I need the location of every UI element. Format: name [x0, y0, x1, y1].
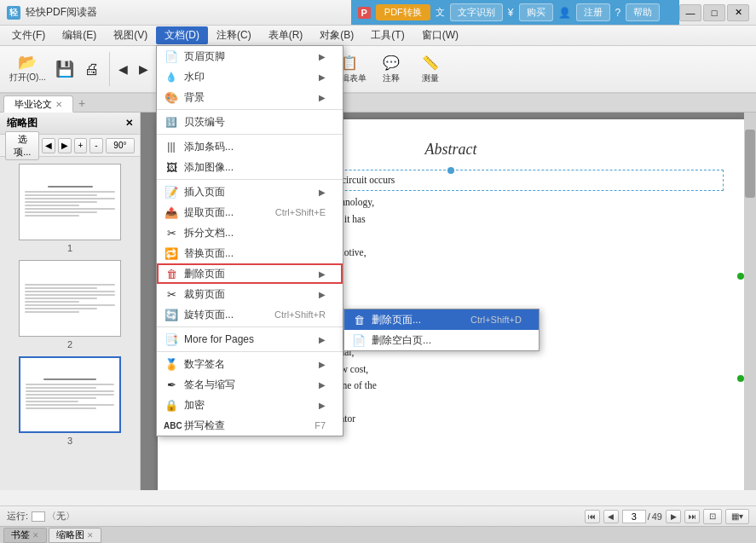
menu-more-pages[interactable]: 📑 More for Pages ▶ [157, 329, 343, 349]
encrypt-label: 加密 [184, 398, 319, 413]
background-arrow: ▶ [319, 93, 326, 102]
total-pages: 49 [652, 511, 662, 522]
fit-page-btn[interactable]: ⊡ [703, 509, 722, 524]
sidebar-options-btn[interactable]: 选项... [5, 131, 39, 160]
pdf-logo: P [358, 7, 371, 19]
next-page-btn[interactable]: ▶ [135, 49, 153, 90]
tab-close-icon[interactable]: ✕ [55, 100, 62, 109]
menu-item-note[interactable]: 注释(C) [208, 26, 260, 44]
menu-add-barcode[interactable]: ||| 添加条码... [157, 136, 343, 157]
status-left: 运行: 〈无〉 [7, 510, 578, 523]
menu-background[interactable]: 🎨 背景 ▶ [157, 87, 343, 107]
buy-btn[interactable]: 购买 [519, 3, 553, 21]
measure-icon: 📏 [422, 55, 439, 71]
yen-icon: ¥ [508, 7, 514, 19]
thumbnail-1[interactable]: 1 [19, 164, 121, 253]
menu-rotate-page[interactable]: 🔄 旋转页面... Ctrl+Shift+R [157, 304, 343, 325]
pdf-scrollbar[interactable] [744, 113, 756, 490]
menu-add-image[interactable]: 🖼 添加图像... [157, 157, 343, 177]
thumbnails-tab[interactable]: 缩略图 ✕ [49, 528, 101, 543]
menu-signature[interactable]: ✒ 签名与缩写 ▶ [157, 374, 343, 395]
menu-insert-page[interactable]: 📝 插入页面 ▶ [157, 182, 343, 202]
submenu-delete-page[interactable]: 🗑 删除页面... Ctrl+Shift+D [344, 309, 539, 330]
thumbnails-tab-close[interactable]: ✕ [87, 531, 94, 540]
register-btn[interactable]: 注册 [576, 3, 610, 21]
print-btn[interactable]: 🖨 [79, 49, 105, 90]
spellcheck-label: 拼写检查 [184, 419, 315, 433]
menu-item-view[interactable]: 视图(V) [105, 26, 156, 44]
thumbnail-3[interactable]: 3 [19, 356, 121, 446]
sidebar-zoomout-btn[interactable]: - [89, 138, 103, 153]
prev-page-nav-btn[interactable]: ◀ [603, 510, 619, 523]
menu-bates[interactable]: 🔢 贝茨编号 [157, 112, 343, 132]
menu-item-file[interactable]: 文件(F) [3, 26, 54, 44]
menu-split-doc[interactable]: ✂ 拆分文档... [157, 222, 343, 243]
barcode-label: 添加条码... [184, 140, 326, 154]
menu-extract-page[interactable]: 📤 提取页面... Ctrl+Shift+E [157, 202, 343, 222]
tab-add-btn[interactable]: + [73, 95, 90, 112]
maximize-btn[interactable]: □ [703, 4, 725, 21]
submenu-delete-shortcut: Ctrl+Shift+D [470, 315, 522, 325]
delete-page-submenu[interactable]: 🗑 删除页面... Ctrl+Shift+D 📄 删除空白页... [343, 309, 540, 351]
bookmarks-tab[interactable]: 书签 ✕ [3, 528, 47, 543]
pdf-convert-btn[interactable]: PDF转换 [376, 4, 430, 20]
current-page-input[interactable] [622, 510, 646, 523]
menu-item-doc[interactable]: 文档(D) [156, 26, 208, 44]
measure-btn[interactable]: 📏 测量 [412, 49, 449, 90]
titlebar: 轻 轻快PDF阅读器 P PDF转换 文 文字识别 ¥ 购买 👤 注册 ? 帮助… [0, 0, 756, 26]
thumbnail-3-num: 3 [67, 436, 72, 446]
first-page-btn[interactable]: ⏮ [585, 510, 600, 523]
menu-crop-page[interactable]: ✂ 裁剪页面 ▶ [157, 284, 343, 304]
pdf-scrollbar-thumb[interactable] [745, 130, 755, 198]
minimize-btn[interactable]: — [679, 4, 701, 21]
menu-watermark[interactable]: 💧 水印 ▶ [157, 66, 343, 87]
insert-page-arrow: ▶ [319, 188, 326, 197]
menu-item-edit[interactable]: 编辑(E) [54, 26, 105, 44]
prev-page-btn[interactable]: ◀ [114, 49, 133, 90]
sidebar-prev-btn[interactable]: ◀ [42, 138, 55, 153]
encrypt-arrow: ▶ [319, 401, 326, 410]
sidebar-zoomin-btn[interactable]: + [74, 138, 88, 153]
submenu-delete-blank[interactable]: 📄 删除空白页... [344, 330, 539, 350]
open-btn[interactable]: 📂 打开(O)... [5, 49, 50, 90]
menu-delete-page[interactable]: 🗑 删除页面 ▶ [157, 263, 343, 284]
last-page-btn[interactable]: ⏭ [684, 510, 700, 523]
background-label: 背景 [184, 90, 319, 105]
sidebar-next-btn[interactable]: ▶ [58, 138, 72, 153]
watermark-label: 水印 [184, 70, 319, 84]
menu-header-footer[interactable]: 📄 页眉页脚 ▶ [157, 46, 343, 66]
bottom-tabs: 书签 ✕ 缩略图 ✕ [0, 526, 756, 543]
menu-item-object[interactable]: 对象(B) [311, 26, 362, 44]
sidebar-rotate-btn[interactable]: 90° [106, 138, 135, 153]
doc-dropdown-menu[interactable]: 📄 页眉页脚 ▶ 💧 水印 ▶ 🎨 背景 ▶ 🔢 贝茨编号 ||| 添加条码..… [156, 45, 343, 436]
tabbar: 毕业论文 ✕ + [0, 94, 756, 113]
menu-item-window[interactable]: 窗口(W) [413, 26, 467, 44]
save-btn[interactable]: 💾 [51, 49, 78, 90]
next-page-nav-btn[interactable]: ▶ [666, 510, 681, 523]
menu-spellcheck[interactable]: ABC 拼写检查 F7 [157, 415, 343, 436]
spellcheck-icon: ABC [164, 421, 179, 430]
tab-doc[interactable]: 毕业论文 ✕ [3, 95, 73, 113]
page-info: / 49 [622, 510, 662, 523]
menu-replace-page[interactable]: 🔁 替换页面... [157, 243, 343, 263]
split-doc-icon: ✂ [164, 227, 179, 240]
close-btn[interactable]: ✕ [727, 4, 749, 21]
menu-encrypt[interactable]: 🔒 加密 ▶ [157, 395, 343, 415]
menu-item-tools[interactable]: 工具(T) [362, 26, 413, 44]
more-pages-arrow: ▶ [319, 335, 326, 344]
bookmarks-tab-close[interactable]: ✕ [32, 531, 39, 540]
run-value: 〈无〉 [32, 510, 75, 523]
annotate-btn[interactable]: 💬 注释 [372, 49, 410, 90]
thumbnail-2[interactable]: 2 [19, 260, 121, 349]
pdf-ocr-btn[interactable]: 文字识别 [450, 3, 503, 21]
help-btn[interactable]: 帮助 [626, 3, 660, 21]
question-icon: ? [615, 7, 621, 19]
extract-page-icon: 📤 [164, 206, 179, 219]
window-controls: — □ ✕ [679, 4, 749, 21]
menu-divider-5 [157, 351, 343, 352]
menu-item-table[interactable]: 表单(R) [260, 26, 312, 44]
run-label: 运行: [7, 510, 28, 523]
menu-digital-sig[interactable]: 🏅 数字签名 ▶ [157, 354, 343, 374]
sidebar-close-icon[interactable]: ✕ [125, 118, 133, 129]
view-mode-btn[interactable]: ▦▾ [725, 509, 749, 524]
